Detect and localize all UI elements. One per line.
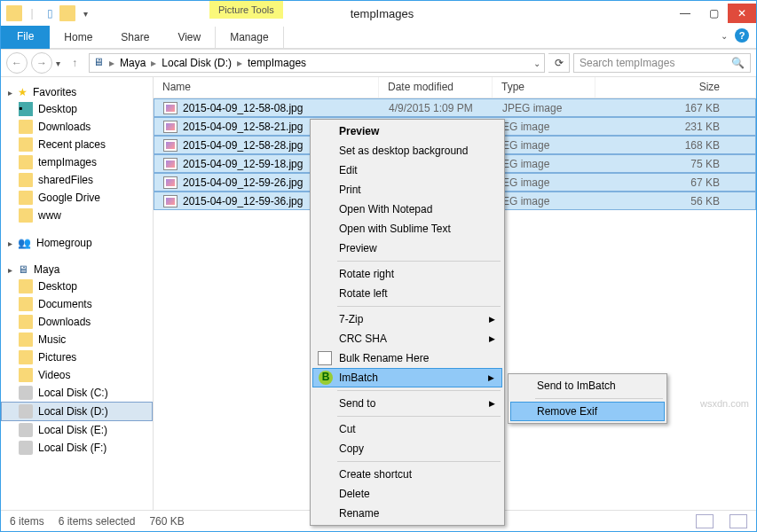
- cm-rotate-left[interactable]: Rotate left: [312, 284, 502, 303]
- view-icons-button[interactable]: [729, 514, 747, 528]
- tree-item-downloads2[interactable]: Downloads: [1, 313, 153, 331]
- image-file-icon: [163, 139, 177, 152]
- homegroup-icon: 👥: [18, 237, 31, 249]
- tree-item-music[interactable]: Music: [1, 331, 153, 348]
- cm-open-sublime[interactable]: Open with Sublime Text: [312, 219, 502, 239]
- cm-delete[interactable]: Delete: [312, 484, 502, 504]
- desktop-icon: ▪: [19, 102, 33, 116]
- tree-item-desktop2[interactable]: Desktop: [1, 278, 153, 295]
- crumb-folder[interactable]: tempImages: [244, 57, 310, 69]
- tree-item-disk-e[interactable]: Local Disk (E:): [1, 421, 153, 439]
- forward-button[interactable]: →: [31, 52, 52, 74]
- qa-dropdown-icon[interactable]: ▾: [77, 5, 93, 21]
- expand-icon[interactable]: ▸: [8, 265, 12, 275]
- column-date[interactable]: Date modified: [379, 77, 493, 98]
- back-button[interactable]: ←: [6, 52, 28, 74]
- tree-item-pictures[interactable]: Pictures: [1, 348, 153, 366]
- home-tab[interactable]: Home: [50, 27, 106, 48]
- file-name: 2015-04-09_12-58-21.jpg: [183, 121, 303, 133]
- tree-item-tempimages[interactable]: tempImages: [1, 153, 153, 171]
- chevron-right-icon[interactable]: ▸: [151, 57, 156, 69]
- tree-item-disk-d[interactable]: Local Disk (D:): [1, 402, 153, 421]
- cm-bulk-rename[interactable]: Bulk Rename Here: [312, 348, 502, 368]
- search-icon: 🔍: [731, 57, 745, 69]
- cm-set-background[interactable]: Set as desktop background: [312, 141, 502, 160]
- tree-item-www[interactable]: www: [1, 207, 153, 224]
- minimize-button[interactable]: —: [671, 4, 699, 23]
- image-file-icon: [163, 158, 177, 170]
- folder-icon: [19, 208, 33, 223]
- qa-sep: |: [24, 5, 40, 21]
- tree-item-documents[interactable]: Documents: [1, 295, 153, 313]
- column-size[interactable]: Size: [595, 77, 756, 98]
- window-title: tempImages: [93, 7, 671, 20]
- tree-item-googledrive[interactable]: Google Drive: [1, 189, 153, 207]
- tree-item-disk-f[interactable]: Local Disk (F:): [1, 439, 153, 457]
- maximize-button[interactable]: ▢: [699, 4, 728, 23]
- crumb-disk[interactable]: Local Disk (D:): [158, 57, 235, 69]
- manage-tab[interactable]: Manage: [215, 27, 283, 48]
- view-details-button[interactable]: [696, 514, 714, 528]
- tree-item-recent[interactable]: Recent places: [1, 136, 153, 153]
- tree-item-videos[interactable]: Videos: [1, 366, 153, 384]
- cm-imbatch[interactable]: BImBatch▶: [312, 368, 502, 387]
- cm-create-shortcut[interactable]: Create shortcut: [312, 465, 502, 484]
- cm-edit[interactable]: Edit: [312, 160, 502, 180]
- cm-crc-sha[interactable]: CRC SHA▶: [312, 329, 502, 348]
- file-row[interactable]: 2015-04-09_12-58-08.jpg4/9/2015 1:09 PMJ…: [154, 98, 756, 117]
- tree-homegroup[interactable]: ▸👥Homegroup: [1, 235, 153, 251]
- view-tab[interactable]: View: [163, 27, 215, 48]
- tree-favorites[interactable]: ▸★Favorites: [1, 84, 153, 100]
- column-type[interactable]: Type: [493, 77, 595, 98]
- cm-sendto[interactable]: Send to▶: [312, 394, 502, 413]
- ribbon-expand-icon[interactable]: ⌄: [721, 31, 728, 41]
- crumb-maya[interactable]: Maya: [116, 57, 149, 69]
- close-button[interactable]: ✕: [728, 4, 756, 23]
- cm-print[interactable]: Print: [312, 180, 502, 200]
- tree-item-sharedfiles[interactable]: sharedFiles: [1, 171, 153, 189]
- cm-preview[interactable]: Preview: [312, 121, 502, 141]
- separator: [535, 398, 663, 399]
- address-bar: ← → ▾ ↑ 🖥 ▸ Maya ▸ Local Disk (D:) ▸ tem…: [1, 49, 756, 77]
- up-button[interactable]: ↑: [64, 52, 85, 74]
- expand-icon[interactable]: ▸: [8, 239, 12, 248]
- separator: [337, 390, 501, 391]
- qa-props-icon[interactable]: ▯: [42, 5, 58, 21]
- sub-send-to-imbatch[interactable]: Send to ImBatch: [510, 376, 665, 395]
- file-date: 4/9/2015 1:09 PM: [380, 102, 493, 114]
- title-bar: | ▯ ▾ Picture Tools tempImages — ▢ ✕: [1, 1, 756, 26]
- breadcrumb[interactable]: 🖥 ▸ Maya ▸ Local Disk (D:) ▸ tempImages …: [89, 53, 545, 73]
- cm-rename[interactable]: Rename: [312, 504, 502, 523]
- cm-rotate-right[interactable]: Rotate right: [312, 264, 502, 284]
- breadcrumb-dropdown-icon[interactable]: ⌄: [533, 59, 540, 68]
- tree-item-desktop[interactable]: ▪Desktop: [1, 100, 153, 118]
- qa-new-folder-icon[interactable]: [59, 5, 75, 21]
- refresh-button[interactable]: ⟳: [548, 53, 570, 73]
- cm-open-notepad[interactable]: Open With Notepad: [312, 200, 502, 219]
- file-size: 75 KB: [596, 158, 755, 170]
- chevron-right-icon: ▶: [488, 373, 494, 382]
- tree-item-disk-c[interactable]: Local Disk (C:): [1, 384, 153, 402]
- file-tab[interactable]: File: [1, 26, 50, 49]
- file-type: EG image: [493, 158, 596, 170]
- chevron-right-icon[interactable]: ▸: [237, 57, 242, 69]
- expand-icon[interactable]: ▸: [8, 88, 12, 98]
- sub-remove-exif[interactable]: Remove Exif: [510, 402, 665, 421]
- search-input[interactable]: Search tempImages 🔍: [573, 53, 751, 73]
- share-tab[interactable]: Share: [106, 27, 163, 48]
- history-dropdown-icon[interactable]: ▾: [56, 59, 60, 68]
- folder-icon: [19, 120, 33, 134]
- cm-7zip[interactable]: 7-Zip▶: [312, 309, 502, 329]
- help-icon[interactable]: ?: [735, 28, 749, 43]
- picture-tools-tab[interactable]: Picture Tools: [209, 1, 283, 19]
- cm-preview2[interactable]: Preview: [312, 239, 502, 258]
- separator: [337, 306, 501, 307]
- tree-item-downloads[interactable]: Downloads: [1, 118, 153, 136]
- context-submenu: Send to ImBatch Remove Exif: [508, 373, 667, 424]
- chevron-right-icon[interactable]: ▸: [109, 57, 114, 69]
- cm-cut[interactable]: Cut: [312, 419, 502, 439]
- image-file-icon: [163, 195, 177, 207]
- cm-copy[interactable]: Copy: [312, 439, 502, 458]
- tree-pc[interactable]: ▸🖥Maya: [1, 262, 153, 278]
- column-name[interactable]: Name: [154, 77, 379, 98]
